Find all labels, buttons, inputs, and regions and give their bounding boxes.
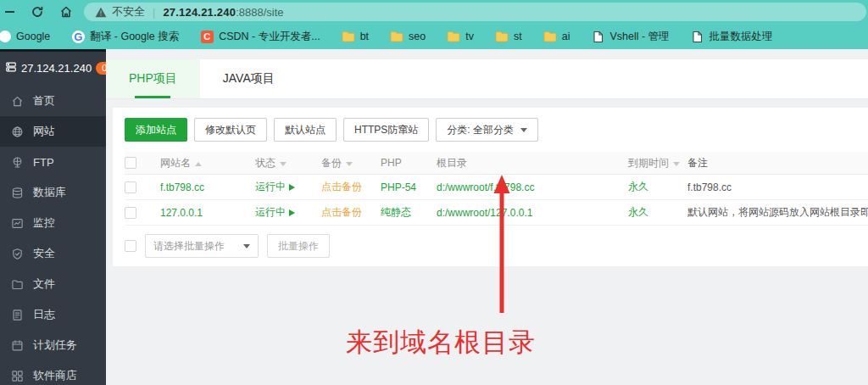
tab-label: PHP项目 [129, 71, 177, 86]
server-ip: 27.124.21.240 [21, 62, 92, 75]
bookmark-label: Google [16, 31, 50, 42]
screen: 不安全 | 27.124.21.240:8888/site Google G 翻… [0, 0, 868, 385]
folder-icon [342, 30, 355, 43]
sidebar-item-monitor[interactable]: 监控 [0, 208, 106, 238]
sidebar-item-security[interactable]: 安全 [0, 238, 106, 269]
batch-select-placeholder: 请选择批量操作 [153, 239, 225, 254]
sidebar-item-label: 首页 [33, 93, 55, 109]
https-protect-button[interactable]: HTTPS防窜站 [343, 118, 429, 142]
default-site-button[interactable]: 默认站点 [274, 118, 337, 142]
sidebar-item-label: 监控 [33, 215, 55, 231]
bookmark-vshell[interactable]: Vshell - 管理 [584, 30, 676, 44]
batch-actions-bar: 请选择批量操作 批量操作 [125, 234, 868, 258]
php-version-link[interactable]: 纯静态 [381, 206, 411, 218]
database-icon [11, 187, 24, 199]
site-remark[interactable]: 默认网站，将网站源码放入网站根目录即可访问 [687, 205, 868, 220]
bookmarks-bar: Google G 翻译 - Google 搜索 C CSDN - 专业开发者..… [0, 24, 868, 49]
category-filter-dropdown[interactable]: 分类: 全部分类 [436, 118, 538, 142]
sidebar-item-website[interactable]: 网站 [0, 116, 106, 147]
bookmark-google[interactable]: Google [0, 31, 57, 42]
site-table: 网站名 状态 备份 PHP 根目录 到期时间 备注 f.tb798.cc 运行中… [125, 152, 868, 226]
folder-icon [495, 30, 509, 43]
address-separator: | [153, 6, 155, 19]
bookmark-label: 翻译 - Google 搜索 [90, 30, 179, 44]
batch-action-select[interactable]: 请选择批量操作 [145, 234, 259, 258]
site-list-card: 添加站点 修改默认页 默认站点 HTTPS防窜站 分类: 全部分类 网站名 状态… [113, 108, 868, 266]
select-all-checkbox[interactable] [125, 157, 136, 169]
security-warning[interactable]: 不安全 [95, 4, 145, 20]
tab-java-project[interactable]: JAVA项目 [200, 59, 298, 98]
home-icon [11, 95, 24, 108]
calendar-icon [11, 339, 24, 352]
sidebar-item-files[interactable]: 文件 [0, 269, 106, 299]
bookmark-folder-st[interactable]: st [488, 30, 529, 43]
sidebar-item-label: 日志 [33, 307, 55, 322]
bookmark-folder-bt[interactable]: bt [335, 30, 376, 43]
col-header-expire[interactable]: 到期时间 [628, 156, 687, 170]
sidebar-item-ftp[interactable]: FTP [0, 147, 106, 177]
sidebar-item-database[interactable]: 数据库 [0, 177, 106, 208]
bookmark-folder-tv[interactable]: tv [440, 30, 481, 43]
sidebar-item-home[interactable]: 首页 [0, 86, 106, 116]
bookmark-csdn[interactable]: C CSDN - 专业开发者... [193, 30, 326, 44]
modify-default-page-button[interactable]: 修改默认页 [194, 118, 267, 142]
col-header-remark: 备注 [687, 156, 868, 170]
root-dir-link[interactable]: d:/wwwroot/127.0.0.1 [437, 207, 532, 219]
google-g-icon: G [71, 30, 85, 43]
chevron-down-icon [520, 128, 527, 132]
batch-action-button[interactable]: 批量操作 [267, 234, 330, 258]
globe-icon [11, 126, 24, 138]
site-remark[interactable]: f.tb798.cc [687, 181, 868, 193]
sidebar-item-label: 计划任务 [33, 338, 77, 353]
address-bar[interactable]: 不安全 | 27.124.21.240:8888/site [84, 3, 866, 21]
bookmark-batch-data[interactable]: 批量数据处理 [684, 30, 780, 44]
folder-icon [447, 30, 460, 43]
php-version-link[interactable]: PHP-54 [381, 181, 416, 193]
warning-triangle-icon [95, 7, 107, 18]
sidebar-item-cron[interactable]: 计划任务 [0, 330, 106, 360]
sidebar-item-logs[interactable]: 日志 [0, 299, 106, 330]
row-checkbox[interactable] [125, 181, 136, 193]
bookmark-label: bt [360, 31, 369, 42]
play-icon [289, 184, 295, 191]
col-header-backup[interactable]: 备份 [321, 156, 381, 170]
sort-down-icon [280, 162, 287, 166]
col-header-sitename[interactable]: 网站名 [160, 156, 255, 170]
page-icon [591, 30, 604, 43]
site-icon [0, 31, 11, 42]
bookmark-translate[interactable]: G 翻译 - Google 搜索 [64, 30, 186, 44]
col-header-status[interactable]: 状态 [255, 156, 321, 170]
bookmark-folder-seo[interactable]: seo [383, 30, 432, 43]
expire-link[interactable]: 永久 [628, 181, 648, 192]
bookmark-label: 批量数据处理 [709, 30, 773, 44]
root-dir-link[interactable]: d:/wwwroot/f.tb798.cc [437, 181, 534, 193]
tab-php-project[interactable]: PHP项目 [106, 59, 200, 98]
backup-link[interactable]: 点击备份 [321, 181, 362, 192]
expire-link[interactable]: 永久 [628, 206, 648, 218]
home-icon[interactable] [55, 1, 77, 23]
bookmark-label: CSDN - 专业开发者... [219, 30, 320, 44]
category-filter-label: 分类: 全部分类 [447, 123, 514, 137]
reload-icon[interactable] [26, 1, 48, 23]
sidebar-item-label: 软件商店 [33, 368, 77, 383]
url-text: 27.124.21.240:8888/site [163, 6, 283, 19]
sort-down-icon [346, 162, 353, 166]
site-name-link[interactable]: f.tb798.cc [160, 181, 204, 193]
row-checkbox[interactable] [125, 207, 136, 219]
backup-link[interactable]: 点击备份 [321, 206, 362, 218]
server-header[interactable]: 27.124.21.240 0 [0, 52, 106, 86]
log-icon [11, 309, 24, 321]
shield-icon [11, 248, 24, 260]
bookmark-folder-ai[interactable]: ai [537, 30, 577, 43]
status-running[interactable]: 运行中 [255, 206, 286, 218]
folder-icon [11, 278, 24, 291]
add-site-button[interactable]: 添加站点 [125, 118, 187, 142]
batch-select-all-checkbox[interactable] [125, 240, 136, 252]
sidebar-item-appstore[interactable]: 软件商店 [0, 360, 106, 385]
play-icon [289, 209, 295, 216]
sidebar: 27.124.21.240 0 首页 网站 FTP 数据库 监控 [0, 49, 106, 385]
sidebar-item-label: 网站 [33, 124, 55, 139]
back-icon[interactable] [5, 11, 14, 13]
status-running[interactable]: 运行中 [255, 181, 286, 192]
site-name-link[interactable]: 127.0.0.1 [160, 207, 203, 219]
